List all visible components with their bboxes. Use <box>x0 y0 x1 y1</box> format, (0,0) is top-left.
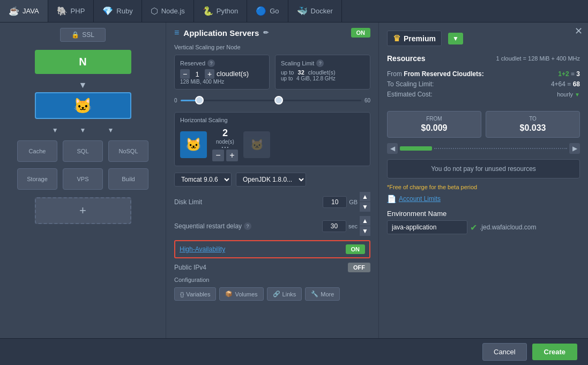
cost-period-select[interactable]: hourly ▼ <box>557 91 580 98</box>
restart-delay-stepper: ▲ ▼ <box>360 216 370 236</box>
app-servers-toggle[interactable]: ON <box>351 28 371 38</box>
lock-icon: 🔒 <box>71 31 79 39</box>
disk-limit-unit: GB <box>349 199 358 205</box>
storage-block[interactable]: Storage <box>17 168 57 190</box>
from-reserved-value: 1+2 = 3 <box>558 70 580 78</box>
price-nav-right[interactable]: ▶ <box>569 143 580 154</box>
public-ipv4-toggle[interactable]: OFF <box>348 263 370 272</box>
horiz-scaling: Horizontal Scaling 🐱 2 node(s) • • • − + <box>174 112 370 166</box>
tab-docker[interactable]: 🐳 Docker <box>288 0 342 22</box>
tomcat-select[interactable]: Tomcat 9.0.6 <box>174 173 232 187</box>
vps-block[interactable]: VPS <box>63 168 103 190</box>
node-icon-box: 🐱 <box>180 131 207 158</box>
from-reserved-label: From From Reserved Cloudlets: <box>387 70 484 78</box>
more-icon: 🔧 <box>311 290 318 297</box>
db-row: Cache SQL NoSQL <box>17 140 148 162</box>
disk-limit-input[interactable] <box>323 196 347 208</box>
build-block[interactable]: Build <box>108 168 148 190</box>
reserved-help-icon[interactable]: ? <box>207 59 215 67</box>
nginx-icon: N <box>79 56 86 68</box>
from-label: FROM <box>392 116 477 122</box>
restart-delay-up[interactable]: ▲ <box>360 216 370 226</box>
close-button[interactable]: ✕ <box>575 25 583 37</box>
node-tomcat-icon: 🐱 <box>185 137 202 152</box>
restart-delay-row: Sequential restart delay ? sec ▲ ▼ <box>174 216 370 236</box>
restart-delay-down[interactable]: ▼ <box>360 226 370 236</box>
premium-dropdown[interactable]: ▼ <box>448 33 463 44</box>
lines-icon: ≡ <box>174 28 179 38</box>
create-button[interactable]: Create <box>532 344 577 360</box>
node-decrement[interactable]: − <box>212 150 224 161</box>
reserved-decrement[interactable]: − <box>180 69 190 79</box>
server-select-row: Tomcat 9.0.6 OpenJDK 1.8.0... <box>174 173 370 187</box>
tab-ruby-label: Ruby <box>116 7 132 15</box>
public-ipv4-label: Public IPv4 <box>174 264 206 271</box>
slider-thumb-limit[interactable] <box>274 96 283 105</box>
config-volumes-btn[interactable]: 📦 Volumes <box>219 287 263 301</box>
edit-icon[interactable]: ✏ <box>263 29 269 36</box>
config-more-btn[interactable]: 🔧 More <box>305 287 340 301</box>
config-variables-btn[interactable]: {} Variables <box>174 287 216 301</box>
add-block[interactable]: + <box>35 197 131 224</box>
account-limits-label: Account Limits <box>399 195 441 203</box>
vertical-scaling-label: Vertical Scaling per Node <box>174 44 370 50</box>
info-box: You do not pay for unused resources <box>387 159 580 178</box>
slider-track[interactable] <box>181 95 361 106</box>
doc-icon: 📄 <box>387 195 396 203</box>
slider-min: 0 <box>174 98 177 103</box>
nginx-block[interactable]: N <box>35 50 131 74</box>
ha-toggle[interactable]: ON <box>346 244 366 254</box>
nosql-block[interactable]: NoSQL <box>108 140 148 162</box>
restart-delay-help-icon[interactable]: ? <box>244 222 251 230</box>
content-area: 🔒 SSL N ▼ 🐱 ▼ ▼ ▼ Cache SQL <box>0 23 588 338</box>
tab-java[interactable]: ☕ JAVA <box>0 0 48 22</box>
cancel-button[interactable]: Cancel <box>482 343 526 361</box>
variables-icon: {} <box>180 291 184 297</box>
node-increment[interactable]: + <box>226 150 238 161</box>
ssl-button[interactable]: 🔒 SSL <box>60 28 106 42</box>
slider-max: 60 <box>364 98 370 103</box>
account-limits-link[interactable]: 📄 Account Limits <box>387 195 580 203</box>
resources-section: Resources 1 cloudlet = 128 MiB + 400 MHz… <box>387 54 580 105</box>
app-servers-title: Application Servers <box>183 28 259 38</box>
to-scaling-value: 4+64 = 68 <box>551 80 580 88</box>
tab-go[interactable]: 🔵 Go <box>247 0 288 22</box>
cache-block[interactable]: Cache <box>17 140 57 162</box>
scaling-limit-title: Scaling Limit ? <box>281 59 364 67</box>
disk-limit-up[interactable]: ▲ <box>360 192 370 202</box>
from-price-box: FROM $0.009 <box>387 111 481 138</box>
tomcat-block[interactable]: 🐱 <box>35 92 131 119</box>
env-name-input[interactable] <box>387 220 467 234</box>
price-boxes: FROM $0.009 TO $0.033 <box>387 111 580 138</box>
arrow-center: ▼ <box>80 126 86 134</box>
estimated-cost-label: Estimated Cost: <box>387 91 433 98</box>
restart-delay-unit: sec <box>348 223 358 229</box>
ruby-icon: 💎 <box>102 6 113 16</box>
slider-thumb-reserved[interactable] <box>195 96 204 105</box>
arrows-row: ▼ ▼ ▼ <box>52 126 114 134</box>
tab-docker-label: Docker <box>311 7 333 15</box>
to-price-box: TO $0.033 <box>486 111 580 138</box>
jdk-select[interactable]: OpenJDK 1.8.0... <box>236 173 306 187</box>
config-buttons-row: {} Variables 📦 Volumes 🔗 Links 🔧 More <box>174 287 370 301</box>
tab-php[interactable]: 🐘 PHP <box>48 0 94 22</box>
arrow-left: ▼ <box>52 126 58 134</box>
reserved-sub: 128 MiB, 400 MHz <box>180 79 264 85</box>
java-icon: ☕ <box>9 6 19 16</box>
disk-limit-down[interactable]: ▼ <box>360 202 370 212</box>
restart-delay-input[interactable] <box>322 220 346 232</box>
ha-label[interactable]: High-Availability <box>180 245 225 253</box>
tab-python[interactable]: 🐍 Python <box>194 0 247 22</box>
sql-block[interactable]: SQL <box>63 140 103 162</box>
reserved-stepper: − 1 + cloudlet(s) <box>180 69 264 79</box>
scaling-limit-help-icon[interactable]: ? <box>316 59 324 67</box>
tab-nodejs[interactable]: ⬡ Node.js <box>142 0 194 22</box>
panel-title: ≡ Application Servers ✏ <box>174 28 269 38</box>
tab-ruby[interactable]: 💎 Ruby <box>94 0 142 22</box>
reserved-title: Reserved ? <box>180 59 264 67</box>
tab-php-label: PHP <box>71 7 85 15</box>
config-links-btn[interactable]: 🔗 Links <box>267 287 302 301</box>
reserved-increment[interactable]: + <box>205 69 214 79</box>
price-nav-left[interactable]: ◀ <box>387 143 398 154</box>
docker-icon: 🐳 <box>297 6 308 16</box>
